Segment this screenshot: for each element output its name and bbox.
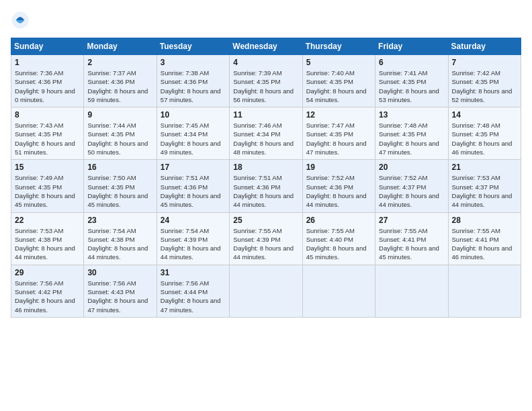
week-row-1: 1Sunrise: 7:36 AMSunset: 4:36 PMDaylight… (11, 55, 521, 107)
table-cell: 18Sunrise: 7:51 AMSunset: 4:36 PMDayligh… (230, 160, 302, 212)
table-cell: 22Sunrise: 7:53 AMSunset: 4:38 PMDayligh… (11, 212, 84, 265)
day-number: 27 (379, 216, 444, 225)
col-tuesday: Tuesday (157, 38, 229, 55)
day-number: 8 (15, 110, 80, 120)
day-info: Sunrise: 7:37 AMSunset: 4:36 PMDaylight:… (87, 68, 152, 104)
day-number: 22 (15, 216, 80, 225)
table-cell: 14Sunrise: 7:48 AMSunset: 4:35 PMDayligh… (448, 107, 521, 160)
day-number: 1 (15, 58, 80, 67)
day-info: Sunrise: 7:44 AMSunset: 4:35 PMDaylight:… (87, 121, 152, 156)
day-number: 30 (87, 268, 152, 277)
col-sunday: Sunday (11, 38, 84, 55)
day-info: Sunrise: 7:47 AMSunset: 4:35 PMDaylight:… (306, 121, 371, 156)
table-cell: 19Sunrise: 7:52 AMSunset: 4:36 PMDayligh… (302, 160, 375, 212)
week-row-5: 29Sunrise: 7:56 AMSunset: 4:42 PMDayligh… (11, 265, 521, 317)
header (11, 11, 521, 30)
table-cell: 12Sunrise: 7:47 AMSunset: 4:35 PMDayligh… (302, 107, 375, 160)
day-info: Sunrise: 7:39 AMSunset: 4:35 PMDaylight:… (233, 68, 298, 104)
day-number: 17 (161, 163, 226, 172)
day-info: Sunrise: 7:41 AMSunset: 4:35 PMDaylight:… (379, 68, 444, 104)
day-number: 6 (379, 58, 444, 67)
table-cell: 15Sunrise: 7:49 AMSunset: 4:35 PMDayligh… (11, 160, 84, 212)
day-number: 31 (161, 268, 226, 277)
day-number: 29 (15, 268, 80, 277)
table-cell: 10Sunrise: 7:45 AMSunset: 4:34 PMDayligh… (157, 107, 229, 160)
day-info: Sunrise: 7:36 AMSunset: 4:36 PMDaylight:… (15, 68, 80, 104)
table-cell: 3Sunrise: 7:38 AMSunset: 4:36 PMDaylight… (157, 55, 229, 107)
day-number: 16 (87, 163, 152, 172)
day-number: 25 (233, 216, 298, 225)
col-thursday: Thursday (302, 38, 375, 55)
table-cell: 23Sunrise: 7:54 AMSunset: 4:38 PMDayligh… (84, 212, 157, 265)
table-cell: 5Sunrise: 7:40 AMSunset: 4:35 PMDaylight… (302, 55, 375, 107)
table-cell: 25Sunrise: 7:55 AMSunset: 4:39 PMDayligh… (230, 212, 302, 265)
table-cell: 26Sunrise: 7:55 AMSunset: 4:40 PMDayligh… (302, 212, 375, 265)
table-cell: 27Sunrise: 7:55 AMSunset: 4:41 PMDayligh… (375, 212, 448, 265)
table-cell: 1Sunrise: 7:36 AMSunset: 4:36 PMDaylight… (11, 55, 84, 107)
table-cell: 29Sunrise: 7:56 AMSunset: 4:42 PMDayligh… (11, 265, 84, 317)
day-number: 2 (87, 58, 152, 67)
day-info: Sunrise: 7:48 AMSunset: 4:35 PMDaylight:… (379, 121, 444, 156)
day-info: Sunrise: 7:54 AMSunset: 4:39 PMDaylight:… (161, 226, 226, 262)
day-info: Sunrise: 7:42 AMSunset: 4:35 PMDaylight:… (452, 68, 517, 104)
table-cell: 8Sunrise: 7:43 AMSunset: 4:35 PMDaylight… (11, 107, 84, 160)
col-saturday: Saturday (448, 38, 521, 55)
day-info: Sunrise: 7:53 AMSunset: 4:37 PMDaylight:… (452, 173, 517, 209)
table-cell: 28Sunrise: 7:55 AMSunset: 4:41 PMDayligh… (448, 212, 521, 265)
day-info: Sunrise: 7:55 AMSunset: 4:40 PMDaylight:… (306, 226, 371, 262)
day-info: Sunrise: 7:51 AMSunset: 4:36 PMDaylight:… (161, 173, 226, 209)
table-cell: 30Sunrise: 7:56 AMSunset: 4:43 PMDayligh… (84, 265, 157, 317)
day-info: Sunrise: 7:49 AMSunset: 4:35 PMDaylight:… (15, 173, 80, 209)
day-number: 9 (87, 110, 152, 120)
table-cell (375, 265, 448, 317)
day-number: 10 (161, 110, 226, 120)
day-info: Sunrise: 7:56 AMSunset: 4:44 PMDaylight:… (161, 279, 226, 314)
day-info: Sunrise: 7:43 AMSunset: 4:35 PMDaylight:… (15, 121, 80, 156)
table-cell: 11Sunrise: 7:46 AMSunset: 4:34 PMDayligh… (230, 107, 302, 160)
table-cell (448, 265, 521, 317)
table-cell: 2Sunrise: 7:37 AMSunset: 4:36 PMDaylight… (84, 55, 157, 107)
table-cell: 16Sunrise: 7:50 AMSunset: 4:35 PMDayligh… (84, 160, 157, 212)
day-info: Sunrise: 7:56 AMSunset: 4:42 PMDaylight:… (15, 279, 80, 314)
day-info: Sunrise: 7:52 AMSunset: 4:36 PMDaylight:… (306, 173, 371, 209)
day-number: 11 (233, 110, 298, 120)
table-cell: 31Sunrise: 7:56 AMSunset: 4:44 PMDayligh… (157, 265, 229, 317)
table-cell: 17Sunrise: 7:51 AMSunset: 4:36 PMDayligh… (157, 160, 229, 212)
day-info: Sunrise: 7:55 AMSunset: 4:39 PMDaylight:… (233, 226, 298, 262)
table-cell: 24Sunrise: 7:54 AMSunset: 4:39 PMDayligh… (157, 212, 229, 265)
day-number: 21 (452, 163, 517, 172)
day-number: 14 (452, 110, 517, 120)
logo-icon (11, 11, 30, 30)
day-number: 18 (233, 163, 298, 172)
day-number: 12 (306, 110, 371, 120)
calendar-table: Sunday Monday Tuesday Wednesday Thursday… (11, 38, 521, 318)
day-info: Sunrise: 7:51 AMSunset: 4:36 PMDaylight:… (233, 173, 298, 209)
col-monday: Monday (84, 38, 157, 55)
day-number: 19 (306, 163, 371, 172)
day-info: Sunrise: 7:50 AMSunset: 4:35 PMDaylight:… (87, 173, 152, 209)
table-cell: 4Sunrise: 7:39 AMSunset: 4:35 PMDaylight… (230, 55, 302, 107)
table-cell (302, 265, 375, 317)
day-number: 13 (379, 110, 444, 120)
table-cell: 6Sunrise: 7:41 AMSunset: 4:35 PMDaylight… (375, 55, 448, 107)
day-info: Sunrise: 7:53 AMSunset: 4:38 PMDaylight:… (15, 226, 80, 262)
day-info: Sunrise: 7:52 AMSunset: 4:37 PMDaylight:… (379, 173, 444, 209)
week-row-3: 15Sunrise: 7:49 AMSunset: 4:35 PMDayligh… (11, 160, 521, 212)
table-cell: 20Sunrise: 7:52 AMSunset: 4:37 PMDayligh… (375, 160, 448, 212)
day-number: 28 (452, 216, 517, 225)
day-info: Sunrise: 7:55 AMSunset: 4:41 PMDaylight:… (379, 226, 444, 262)
day-number: 23 (87, 216, 152, 225)
day-number: 7 (452, 58, 517, 67)
day-info: Sunrise: 7:55 AMSunset: 4:41 PMDaylight:… (452, 226, 517, 262)
day-number: 24 (161, 216, 226, 225)
day-info: Sunrise: 7:54 AMSunset: 4:38 PMDaylight:… (87, 226, 152, 262)
week-row-2: 8Sunrise: 7:43 AMSunset: 4:35 PMDaylight… (11, 107, 521, 160)
day-number: 5 (306, 58, 371, 67)
week-row-4: 22Sunrise: 7:53 AMSunset: 4:38 PMDayligh… (11, 212, 521, 265)
day-number: 20 (379, 163, 444, 172)
day-info: Sunrise: 7:56 AMSunset: 4:43 PMDaylight:… (87, 279, 152, 314)
table-cell: 7Sunrise: 7:42 AMSunset: 4:35 PMDaylight… (448, 55, 521, 107)
table-cell: 9Sunrise: 7:44 AMSunset: 4:35 PMDaylight… (84, 107, 157, 160)
calendar-container: Sunday Monday Tuesday Wednesday Thursday… (0, 0, 532, 323)
day-info: Sunrise: 7:46 AMSunset: 4:34 PMDaylight:… (233, 121, 298, 156)
